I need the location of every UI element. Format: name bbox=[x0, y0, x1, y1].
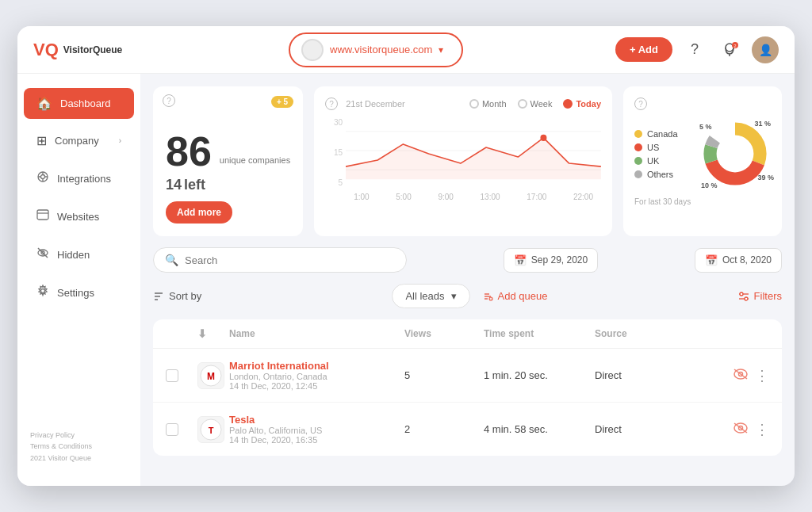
donut-card: ? Canada US bbox=[623, 86, 782, 236]
svg-point-5 bbox=[41, 175, 45, 179]
date-end-label: Oct 8, 2020 bbox=[722, 254, 772, 266]
stats-row: ? + 5 86 unique companies 14 left Add mo… bbox=[153, 86, 782, 236]
avatar[interactable]: 👤 bbox=[752, 36, 779, 63]
company-date-1: 14 th Dec, 2020, 12:45 bbox=[229, 381, 404, 391]
search-input[interactable] bbox=[185, 254, 395, 266]
svg-text:T: T bbox=[209, 426, 214, 435]
controls-row: Sort by All leads ▾ Add queue bbox=[153, 284, 782, 308]
sidebar-footer: Privacy Policy Terms & Conditions 2021 V… bbox=[17, 420, 140, 473]
url-input-wrap[interactable]: www.visitorqueue.com ▾ bbox=[289, 32, 463, 67]
row-logo-2: T bbox=[197, 416, 229, 443]
add-button[interactable]: + Add bbox=[615, 37, 672, 62]
leads-label: All leads bbox=[405, 290, 444, 302]
row-checkbox-1[interactable] bbox=[166, 369, 197, 382]
table-row: M Marriot International London, Ontario,… bbox=[153, 349, 782, 403]
sidebar: 🏠 Dashboard ⊞ Company › bbox=[17, 74, 140, 486]
legend-dot-uk bbox=[634, 157, 642, 165]
header-source: Source bbox=[595, 328, 706, 339]
url-bar: www.visitorqueue.com ▾ bbox=[146, 32, 606, 67]
leads-select[interactable]: All leads ▾ bbox=[392, 284, 469, 308]
row-time-spent-1: 1 min. 20 sec. bbox=[484, 369, 595, 381]
company-date-2: 14 th Dec, 2020, 16:35 bbox=[229, 435, 404, 445]
header-name: Name bbox=[229, 328, 404, 339]
legend-canada: Canada bbox=[634, 129, 691, 139]
chart-svg bbox=[346, 118, 601, 189]
filters-button[interactable]: Filters bbox=[738, 290, 782, 302]
more-menu-icon-1[interactable]: ⋮ bbox=[755, 367, 769, 384]
nav-actions: + Add ? 2 👤 bbox=[615, 36, 779, 63]
notifications-icon[interactable]: 2 bbox=[717, 37, 742, 63]
stat-label: unique companies bbox=[220, 155, 290, 166]
company-logo-tesla: T bbox=[197, 416, 224, 443]
row-checkbox-2[interactable] bbox=[166, 423, 197, 436]
svg-point-19 bbox=[541, 135, 547, 141]
sidebar-label-integrations: Integrations bbox=[57, 173, 121, 185]
stat-number: 86 bbox=[166, 131, 212, 172]
company-info-1: Marriot International London, Ontario, C… bbox=[229, 360, 404, 391]
topnav: VQ VisitorQueue www.visitorqueue.com ▾ +… bbox=[17, 26, 795, 74]
sidebar-item-integrations[interactable]: Integrations bbox=[24, 162, 134, 194]
calendar-icon-end: 📅 bbox=[705, 254, 718, 266]
date-start-button[interactable]: 📅 Sep 29, 2020 bbox=[504, 248, 598, 273]
sidebar-item-hidden[interactable]: Hidden bbox=[24, 239, 134, 270]
add-queue-button[interactable]: Add queue bbox=[483, 290, 548, 302]
sort-button[interactable]: Sort by bbox=[153, 290, 201, 302]
sidebar-label-hidden: Hidden bbox=[57, 249, 121, 261]
content: ? + 5 86 unique companies 14 left Add mo… bbox=[140, 74, 795, 486]
pct-canada: 31 % bbox=[754, 120, 771, 128]
table-header: ⬇ Name Views Time spent Source bbox=[153, 319, 782, 349]
sort-label: Sort by bbox=[169, 290, 201, 302]
add-more-button[interactable]: Add more bbox=[166, 201, 232, 224]
header-time-spent: Time spent bbox=[484, 328, 595, 339]
search-box[interactable]: 🔍 bbox=[153, 247, 407, 273]
row-views-2: 2 bbox=[404, 423, 484, 435]
chart-question-icon: ? bbox=[325, 97, 338, 110]
sort-down-icon: ⬇ bbox=[197, 327, 207, 340]
legend-dot-us bbox=[634, 143, 642, 151]
hide-icon-1[interactable] bbox=[733, 368, 749, 384]
sidebar-label-company: Company bbox=[55, 135, 111, 147]
company-info-2: Tesla Palo Alto, California, US 14 th De… bbox=[229, 414, 404, 445]
legend-dot-others bbox=[634, 170, 642, 178]
radio-circle-month bbox=[469, 99, 479, 109]
company-location-1: London, Ontario, Canada bbox=[229, 372, 404, 381]
pct-others: 5 % bbox=[699, 123, 712, 131]
donut-question-icon: ? bbox=[634, 97, 647, 110]
svg-point-15 bbox=[41, 289, 45, 293]
donut-chart: 31 % 39 % 10 % 5 % bbox=[699, 118, 771, 189]
radio-week[interactable]: Week bbox=[518, 99, 553, 109]
pct-us: 39 % bbox=[757, 174, 774, 181]
url-chevron-icon[interactable]: ▾ bbox=[439, 44, 443, 55]
pct-uk: 10 % bbox=[701, 181, 718, 189]
radio-today[interactable]: Today bbox=[563, 99, 601, 109]
sidebar-label-settings: Settings bbox=[57, 287, 121, 299]
row-views-1: 5 bbox=[404, 369, 484, 381]
sidebar-item-company[interactable]: ⊞ Company › bbox=[24, 125, 134, 156]
filters-label: Filters bbox=[754, 290, 782, 302]
chart-header: ? 21st December Month Week bbox=[325, 97, 601, 110]
date-end-button[interactable]: 📅 Oct 8, 2020 bbox=[695, 248, 782, 273]
leads-chevron-icon: ▾ bbox=[451, 290, 457, 302]
hide-icon-2[interactable] bbox=[733, 422, 749, 437]
company-name-1[interactable]: Marriot International bbox=[229, 360, 404, 372]
chart-radio-group: Month Week Today bbox=[469, 99, 601, 109]
leads-table: ⬇ Name Views Time spent Source bbox=[153, 319, 782, 456]
radio-circle-today bbox=[563, 99, 573, 109]
sidebar-item-websites[interactable]: Websites bbox=[24, 201, 134, 232]
company-logo-marriot: M bbox=[197, 362, 224, 389]
chart-date: 21st December bbox=[346, 99, 405, 109]
sidebar-item-settings[interactable]: Settings bbox=[24, 277, 134, 308]
home-icon: 🏠 bbox=[36, 96, 52, 111]
legend-uk: UK bbox=[634, 156, 691, 166]
help-icon[interactable]: ? bbox=[682, 37, 707, 63]
donut-legend: Canada US UK bbox=[634, 129, 691, 179]
more-menu-icon-2[interactable]: ⋮ bbox=[755, 421, 769, 438]
sidebar-item-dashboard[interactable]: 🏠 Dashboard bbox=[24, 88, 134, 119]
url-dot bbox=[301, 39, 324, 61]
company-name-2[interactable]: Tesla bbox=[229, 414, 404, 426]
radio-month[interactable]: Month bbox=[469, 99, 507, 109]
logo-vq: VQ bbox=[33, 40, 59, 60]
sidebar-label-dashboard: Dashboard bbox=[60, 97, 121, 109]
header-sort: ⬇ bbox=[197, 327, 229, 340]
donut-footer: For last 30 days bbox=[634, 197, 771, 206]
